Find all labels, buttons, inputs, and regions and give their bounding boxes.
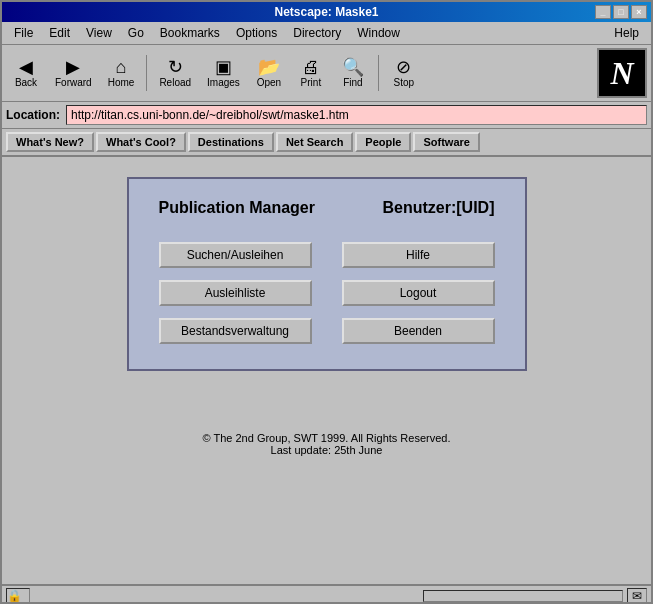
logout-button[interactable]: Logout [342, 280, 495, 306]
toolbar-separator [146, 55, 147, 91]
whats-new-button[interactable]: What's New? [6, 132, 94, 152]
open-label: Open [257, 77, 281, 88]
title-bar: Netscape: Maske1 _ □ × [2, 2, 651, 22]
images-icon: ▣ [215, 58, 232, 76]
menu-file[interactable]: File [6, 24, 41, 42]
destinations-button[interactable]: Destinations [188, 132, 274, 152]
reload-icon: ↻ [168, 58, 183, 76]
print-label: Print [301, 77, 322, 88]
home-icon: ⌂ [116, 58, 127, 76]
publication-manager-box: Publication Manager Benutzer:[UID] Suche… [127, 177, 527, 371]
stop-label: Stop [394, 77, 415, 88]
location-input[interactable] [66, 105, 647, 125]
find-button[interactable]: 🔍 Find [333, 55, 373, 91]
netscape-logo: N [597, 48, 647, 98]
back-icon: ◀ [19, 58, 33, 76]
software-button[interactable]: Software [413, 132, 479, 152]
open-icon: 📂 [258, 58, 280, 76]
location-label: Location: [6, 108, 60, 122]
print-button[interactable]: 🖨 Print [291, 55, 331, 91]
back-button[interactable]: ◀ Back [6, 55, 46, 91]
find-icon: 🔍 [342, 58, 364, 76]
forward-icon: ▶ [66, 58, 80, 76]
maximize-button[interactable]: □ [613, 5, 629, 19]
footer-line2: Last update: 25th June [203, 444, 451, 456]
menu-directory[interactable]: Directory [285, 24, 349, 42]
status-bar: 🔒 ✉ [2, 584, 651, 604]
home-label: Home [108, 77, 135, 88]
images-button[interactable]: ▣ Images [200, 55, 247, 91]
stop-icon: ⊘ [396, 58, 411, 76]
images-label: Images [207, 77, 240, 88]
menu-help[interactable]: Help [606, 24, 647, 42]
location-bar: Location: [2, 102, 651, 129]
close-button[interactable]: × [631, 5, 647, 19]
security-icon: 🔒 [6, 588, 30, 604]
menu-bookmarks[interactable]: Bookmarks [152, 24, 228, 42]
beenden-button[interactable]: Beenden [342, 318, 495, 344]
menu-bar: File Edit View Go Bookmarks Options Dire… [2, 22, 651, 45]
home-button[interactable]: ⌂ Home [101, 55, 142, 91]
nav-bar: What's New? What's Cool? Destinations Ne… [2, 129, 651, 157]
forward-button[interactable]: ▶ Forward [48, 55, 99, 91]
ausleihliste-button[interactable]: Ausleihliste [159, 280, 312, 306]
people-button[interactable]: People [355, 132, 411, 152]
minimize-button[interactable]: _ [595, 5, 611, 19]
forward-label: Forward [55, 77, 92, 88]
bestandsverwaltung-button[interactable]: Bestandsverwaltung [159, 318, 312, 344]
toolbar-separator-2 [378, 55, 379, 91]
net-search-button[interactable]: Net Search [276, 132, 353, 152]
pub-box-buttons: Suchen/Ausleihen Hilfe Ausleihliste Logo… [159, 242, 495, 344]
content-area: Publication Manager Benutzer:[UID] Suche… [2, 157, 651, 604]
menu-go[interactable]: Go [120, 24, 152, 42]
reload-label: Reload [159, 77, 191, 88]
progress-bar [423, 590, 623, 602]
back-label: Back [15, 77, 37, 88]
open-button[interactable]: 📂 Open [249, 55, 289, 91]
whats-cool-button[interactable]: What's Cool? [96, 132, 186, 152]
menu-edit[interactable]: Edit [41, 24, 78, 42]
title-bar-buttons: _ □ × [595, 5, 647, 19]
browser-window: Netscape: Maske1 _ □ × File Edit View Go… [2, 2, 651, 604]
footer: © The 2nd Group, SWT 1999. All Rights Re… [193, 422, 461, 466]
reload-button[interactable]: ↻ Reload [152, 55, 198, 91]
find-label: Find [343, 77, 362, 88]
main-content: Publication Manager Benutzer:[UID] Suche… [2, 157, 651, 486]
print-icon: 🖨 [302, 58, 320, 76]
pub-box-title: Publication Manager [159, 199, 315, 217]
footer-line1: © The 2nd Group, SWT 1999. All Rights Re… [203, 432, 451, 444]
menu-options[interactable]: Options [228, 24, 285, 42]
hilfe-button[interactable]: Hilfe [342, 242, 495, 268]
pub-box-header: Publication Manager Benutzer:[UID] [159, 199, 495, 217]
menu-view[interactable]: View [78, 24, 120, 42]
mail-icon[interactable]: ✉ [627, 588, 647, 604]
pub-box-user: Benutzer:[UID] [383, 199, 495, 217]
window-title: Netscape: Maske1 [274, 5, 378, 19]
toolbar: ◀ Back ▶ Forward ⌂ Home ↻ Reload ▣ Image… [2, 45, 651, 102]
suchen-button[interactable]: Suchen/Ausleihen [159, 242, 312, 268]
menu-window[interactable]: Window [349, 24, 408, 42]
stop-button[interactable]: ⊘ Stop [384, 55, 424, 91]
